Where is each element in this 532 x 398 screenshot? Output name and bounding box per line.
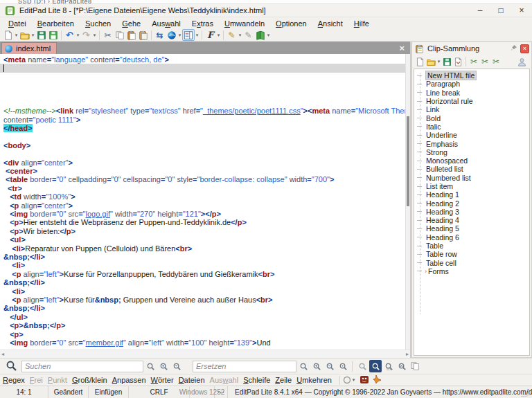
search-option-toggle[interactable]: Frei — [30, 376, 43, 384]
search-option-toggle[interactable]: Wörter — [151, 376, 174, 384]
font-format-button[interactable]: F — [204, 29, 216, 41]
maximize-button[interactable]: □ — [490, 4, 511, 17]
regexmagic-icon[interactable] — [373, 374, 382, 386]
menu-item[interactable]: Auswahl — [146, 19, 186, 28]
browser-preview-button[interactable] — [166, 29, 177, 41]
clip-list-item[interactable]: Line break — [414, 89, 529, 97]
edit-clip-dropdown-icon[interactable]: ▾ — [238, 33, 242, 38]
clip-list-item[interactable]: Emphasis — [414, 139, 529, 147]
word-wrap-icon[interactable]: ⇆ — [154, 29, 166, 41]
clip-new-button[interactable] — [414, 56, 425, 68]
code-area[interactable]: <meta name="language" content="deutsch, … — [0, 55, 405, 350]
new-file-button[interactable] — [2, 29, 14, 41]
clip-list-item[interactable]: Heading 6 — [414, 233, 529, 242]
clip-open-dropdown-icon[interactable]: ▾ — [436, 59, 441, 64]
clip-list-item[interactable]: Table row — [414, 250, 529, 258]
tab-index-html[interactable]: index.html — [1, 42, 57, 54]
clip-list-item[interactable]: Table cell — [414, 259, 529, 267]
pin-icon[interactable] — [510, 44, 517, 53]
clip-user-icon[interactable] — [516, 56, 527, 68]
search-option-toggle[interactable]: Anpassen — [112, 376, 146, 384]
paste-button[interactable] — [125, 29, 137, 41]
undo-button[interactable]: ↶ — [64, 29, 76, 41]
replace-prompt-button[interactable] — [337, 360, 349, 372]
clip-list-item[interactable]: Numbered list — [414, 174, 529, 182]
tab-close-icon[interactable]: × — [399, 42, 405, 54]
search-option-toggle[interactable]: Groß/klein — [72, 376, 107, 384]
search-history-dropdown[interactable]: ▾ — [343, 376, 356, 384]
search-input[interactable] — [21, 361, 143, 372]
title-bar[interactable]: EditPad Lite 8 - [*P:\Eigene Dateien\Eig… — [0, 4, 532, 17]
search-option-toggle[interactable]: Schleife — [243, 376, 270, 384]
paste-special-button[interactable] — [137, 29, 149, 41]
clip-list-item[interactable]: Monospaced — [414, 156, 529, 165]
clip-list-item[interactable]: Heading 2 — [414, 199, 529, 207]
clip-list-item[interactable]: › Forms — [414, 267, 529, 275]
search-option-toggle[interactable]: Umkehren — [296, 376, 332, 384]
menu-item[interactable]: Gehe — [116, 19, 146, 28]
save-button[interactable] — [35, 29, 47, 41]
scroll-right-icon[interactable]: ▸ — [406, 351, 409, 357]
clip-list-item[interactable]: Paragraph — [414, 80, 529, 88]
menu-item[interactable]: Umwandeln — [219, 19, 270, 28]
search-option-toggle[interactable]: Regex — [3, 376, 25, 384]
replace-next-button[interactable] — [297, 360, 310, 372]
search-option-toggle[interactable]: Punkt — [48, 376, 67, 384]
clip-cut-icon[interactable]: ✂ — [468, 56, 479, 68]
cut-button[interactable]: ✂ — [102, 29, 114, 41]
save-all-button[interactable] — [47, 29, 59, 41]
side-panels-toggle[interactable] — [182, 29, 195, 41]
open-file-dropdown-icon[interactable]: ▾ — [30, 33, 35, 38]
highlight-matches-button[interactable] — [356, 360, 369, 372]
editor[interactable]: <meta name="language" content="deutsch, … — [0, 54, 410, 350]
expander-icon[interactable]: › — [425, 268, 427, 275]
scroll-left-icon[interactable]: ◂ — [1, 351, 4, 357]
clip-list-item[interactable]: Strong — [414, 148, 529, 156]
edit-clip-button[interactable]: ✎ — [226, 29, 238, 41]
menu-item[interactable]: Datei — [3, 19, 32, 28]
menu-item[interactable]: Hilfe — [348, 19, 375, 28]
clip-list-item[interactable]: Heading 3 — [414, 208, 529, 216]
clip-open-button[interactable] — [425, 56, 436, 68]
find-next-button[interactable] — [157, 360, 170, 372]
menu-item[interactable]: Bearbeiten — [32, 19, 80, 28]
minimize-button[interactable]: – — [470, 4, 490, 17]
vertical-scrollbar[interactable] — [405, 54, 410, 350]
find-first-button[interactable] — [144, 360, 157, 372]
menu-item[interactable]: Extras — [186, 19, 219, 28]
font-dropdown-icon[interactable]: ▾ — [216, 33, 221, 38]
browser-dropdown-icon[interactable]: ▾ — [177, 33, 182, 38]
clip-panel-close-button[interactable]: × — [520, 44, 529, 53]
help-book-button[interactable] — [254, 29, 266, 41]
menu-item[interactable]: Ansicht — [312, 19, 348, 28]
redo-button[interactable]: ↷ — [80, 29, 92, 41]
close-button[interactable]: × — [511, 4, 532, 17]
clip-list-item[interactable]: New HTML file — [414, 71, 529, 80]
clip-list-item[interactable]: Heading 4 — [414, 216, 529, 224]
horizontal-scrollbar[interactable]: ◂ ▸ — [0, 350, 410, 358]
clip-list-item[interactable]: Underline — [414, 131, 529, 139]
vertical-scrollbar-thumb[interactable] — [407, 116, 409, 206]
search-option-toggle[interactable]: Auswahl — [210, 376, 239, 384]
clip-list-item[interactable]: Heading 5 — [414, 224, 529, 233]
clip-list-item[interactable]: Link — [414, 105, 529, 114]
clip-list-item[interactable]: Heading 1 — [414, 190, 529, 199]
search-option-toggle[interactable]: Zeile — [275, 376, 292, 384]
clip-list-item[interactable]: List item — [414, 182, 529, 190]
clip-list-item[interactable]: Bulleted list — [414, 165, 529, 173]
clip-export-button[interactable] — [452, 56, 463, 68]
clip-copy-icon[interactable]: ✂ — [479, 56, 490, 68]
side-panels-dropdown-icon[interactable]: ▾ — [195, 33, 200, 38]
replace-all-button[interactable] — [310, 360, 323, 372]
menu-item[interactable]: Optionen — [270, 19, 312, 28]
regexbuddy-icon[interactable] — [360, 374, 369, 386]
menu-item[interactable]: Suchen — [80, 19, 116, 28]
count-matches-button[interactable]: 123 — [382, 360, 395, 372]
search-option-toggle[interactable]: Dateien — [179, 376, 205, 384]
edit-alt-button[interactable]: ✎ — [242, 29, 254, 41]
replace-backward-button[interactable] — [323, 360, 336, 372]
instant-highlight-button[interactable] — [369, 360, 382, 372]
history-dropdown-icon[interactable]: ▾ — [351, 377, 356, 383]
undo-dropdown-icon[interactable]: ▾ — [76, 33, 80, 38]
replace-input[interactable] — [193, 361, 296, 372]
